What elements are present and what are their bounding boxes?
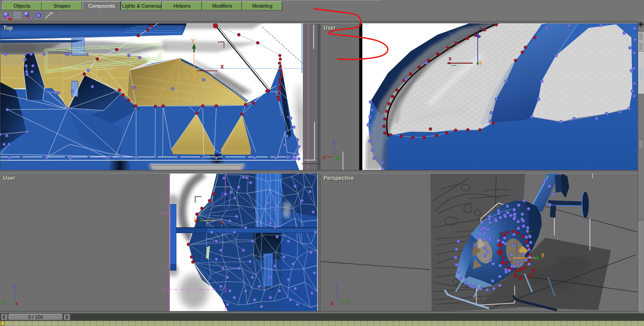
svg-text:x: x	[15, 300, 18, 307]
svg-text:y: y	[2, 298, 5, 305]
svg-text:y: y	[191, 36, 195, 44]
svg-text:x: x	[221, 219, 224, 225]
svg-text:x: x	[330, 300, 333, 307]
svg-text:x: x	[323, 154, 326, 161]
svg-text:y: y	[346, 298, 349, 304]
svg-text:z: z	[221, 190, 224, 197]
svg-text:x: x	[448, 55, 452, 62]
svg-text:z: z	[332, 138, 335, 145]
svg-text:x: x	[502, 259, 505, 264]
svg-text:y: y	[541, 252, 544, 258]
svg-text:x: x	[220, 63, 224, 70]
svg-text:y: y	[479, 59, 483, 65]
svg-text:z: z	[479, 26, 482, 32]
svg-text:0 / 100: 0 / 100	[28, 314, 43, 320]
svg-text:z: z	[13, 283, 15, 289]
svg-text:y: y	[194, 215, 197, 222]
svg-text:z: z	[335, 282, 338, 289]
